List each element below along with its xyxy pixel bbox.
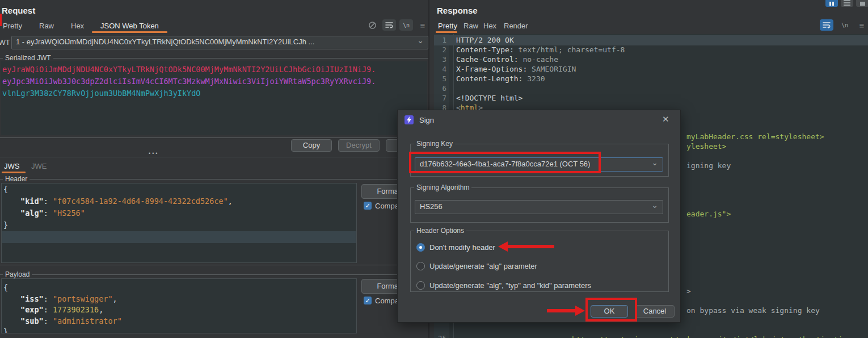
json-line: }: [2, 219, 356, 231]
tab-raw[interactable]: Raw: [464, 22, 478, 30]
chevron-down-icon: ⌄: [651, 201, 658, 210]
json-value: "f07c4584-1a92-4d64-8994-42322cd526ce": [53, 197, 228, 206]
header-options-group: Header Options Don't modify header Updat…: [410, 231, 669, 292]
response-line: 7<!DOCTYPE html>: [434, 94, 868, 103]
tab-jws[interactable]: JWS: [4, 162, 19, 170]
radio-update-alg[interactable]: Update/generate "alg" parameter: [416, 261, 537, 270]
pause-layout-button[interactable]: [825, 0, 838, 7]
response-fragment: ylesheet>: [686, 142, 726, 151]
jws-tab-underline: [2, 172, 26, 173]
radio-update-alg-typ-kid[interactable]: Update/generate "alg", "typ" and "kid" p…: [416, 281, 591, 290]
splitter-handle[interactable]: •••: [149, 151, 159, 156]
caret-line-highlight: [2, 231, 356, 243]
response-line: 6: [434, 84, 868, 94]
tab-hex[interactable]: Hex: [483, 22, 496, 30]
json-value: "HS256": [53, 208, 85, 218]
response-fragment: on bypass via weak signing key: [686, 306, 820, 315]
json-line: "iss": "portswigger",: [2, 294, 356, 305]
request-panel: Request Pretty Raw Hex JSON Web Token \n…: [0, 0, 429, 338]
payload-legend: Payload: [3, 270, 32, 278]
json-key: "iss": [20, 294, 44, 303]
close-icon[interactable]: ✕: [662, 114, 669, 124]
copy-button[interactable]: Copy: [291, 139, 332, 152]
response-line: 25 <a class=link-back href=': [434, 326, 868, 335]
chevron-down-icon: ⌄: [651, 158, 658, 167]
json-line: }: [2, 327, 356, 333]
menu-glyph: ≡: [420, 20, 425, 30]
tab-raw[interactable]: Raw: [39, 22, 54, 30]
response-fragment: myLabHeader.css rel=stylesheet>: [686, 132, 824, 141]
line-number: 3: [434, 55, 446, 64]
json-key: "exp": [20, 305, 44, 314]
tab-jwe[interactable]: JWE: [31, 162, 47, 170]
header-name: X-Frame-Options:: [456, 65, 527, 73]
header-name: Cache-Control:: [456, 55, 519, 64]
json-line: "alg": "HS256": [2, 207, 356, 219]
burp-repeater-window: Request Pretty Raw Hex JSON Web Token \n…: [0, 0, 868, 338]
json-comma: ,: [99, 305, 103, 314]
tab-pretty[interactable]: Pretty: [438, 22, 457, 30]
response-fragment: >: [686, 287, 691, 295]
decrypt-button[interactable]: Decrypt: [338, 139, 380, 152]
signing-algorithm-dropdown[interactable]: HS256 ⌄: [415, 200, 663, 214]
radio-label: Don't modify header: [429, 243, 495, 252]
response-title: Response: [437, 6, 478, 15]
response-line: 2Content-Type: text/html; charset=utf-8: [434, 45, 868, 55]
compact-checkbox[interactable]: ✓: [364, 202, 372, 210]
header-value: 3230: [523, 74, 545, 83]
selected-tab-underline: [92, 31, 167, 33]
chevron-down-icon: ⌄: [417, 36, 424, 45]
radio-button[interactable]: [416, 281, 425, 290]
dialog-title: Sign: [419, 116, 434, 124]
cancel-button[interactable]: Cancel: [635, 305, 675, 318]
header-options-legend: Header Options: [414, 227, 466, 235]
line-number: 2: [434, 45, 446, 54]
header-value: SAMEORIGIN: [527, 65, 576, 73]
json-key: "sub": [20, 316, 44, 326]
wrap-lines-icon[interactable]: [382, 19, 396, 31]
json-line: {: [2, 279, 356, 294]
radio-button[interactable]: [416, 262, 425, 270]
tab-hex[interactable]: Hex: [71, 22, 84, 30]
response-fragment: igning key: [686, 161, 731, 170]
stack-layout-button[interactable]: [841, 0, 853, 7]
json-value: "portswigger": [53, 294, 113, 303]
request-title: Request: [2, 6, 35, 15]
serialized-jwt-legend: Serialized JWT: [3, 54, 53, 62]
jwt-selected-value: 1 - eyJraWQiOiJmMDdjNDU4NC0xYTkyLTRkNjQt…: [16, 37, 414, 46]
payload-json-editor[interactable]: { "iss": "portswigger", "exp": 177390231…: [1, 278, 357, 333]
newline-marker-icon[interactable]: \n: [838, 19, 852, 31]
splitter[interactable]: [0, 157, 429, 157]
tab-json-web-token[interactable]: JSON Web Token: [100, 22, 159, 30]
header-json-editor[interactable]: { "kid": "f07c4584-1a92-4d64-8994-42322c…: [1, 183, 357, 263]
radio-label: Update/generate "alg", "typ" and "kid" p…: [429, 281, 591, 290]
radio-dont-modify-header[interactable]: Don't modify header: [416, 243, 495, 252]
compact-checkbox[interactable]: ✓: [364, 297, 372, 304]
json-comma: ,: [113, 294, 117, 303]
line-number: 7: [434, 94, 446, 102]
newline-marker-icon[interactable]: \n: [399, 19, 413, 31]
red-box-annotation-signing-key: [409, 152, 601, 173]
serialized-jwt-editor[interactable]: eyJraWQiOiJmMDdjNDU4NC0xYTkyLTRkNjQtODk5…: [1, 61, 427, 135]
radio-button-selected[interactable]: [416, 243, 425, 252]
doctype-line: <!DOCTYPE html>: [456, 94, 523, 102]
menu-glyph: ≡: [859, 20, 865, 30]
json-line: "kid": "f07c4584-1a92-4d64-8994-42322cd5…: [2, 195, 356, 207]
tab-pretty[interactable]: Pretty: [3, 22, 22, 30]
signing-algorithm-legend: Signing Algorithm: [414, 183, 471, 191]
status-line: HTTP/2 200 OK: [456, 36, 514, 44]
wrap-lines-icon[interactable]: [820, 19, 833, 31]
editor-menu-icon[interactable]: ≡: [416, 19, 429, 31]
newline-glyph: \n: [841, 22, 848, 28]
tab-render[interactable]: Render: [504, 22, 528, 30]
jwt-selector[interactable]: 1 - eyJraWQiOiJmMDdjNDU4NC0xYTkyLTRkNjQt…: [11, 36, 428, 49]
red-box-annotation-ok: [585, 298, 637, 322]
header-name: Content-Type:: [456, 45, 514, 54]
radio-label: Update/generate "alg" parameter: [429, 262, 537, 270]
hide-nonprintable-icon[interactable]: [365, 19, 379, 31]
newline-glyph: \n: [403, 22, 410, 28]
editor-menu-icon[interactable]: ≡: [855, 19, 868, 31]
response-line: 3Cache-Control: no-cache: [434, 55, 868, 65]
single-layout-button[interactable]: [856, 0, 868, 7]
json-comma: ,: [228, 197, 233, 206]
